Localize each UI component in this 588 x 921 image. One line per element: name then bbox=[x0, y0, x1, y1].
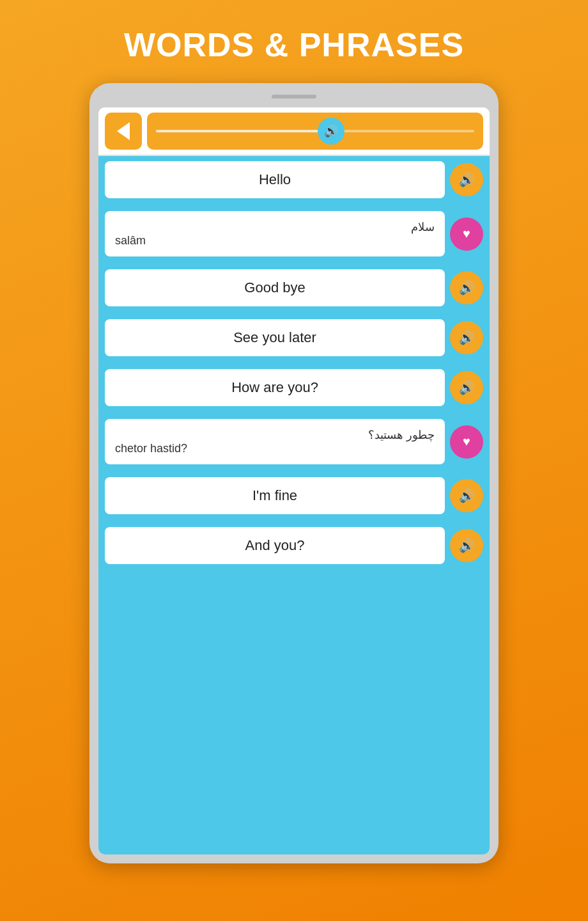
sound-button-goodbye[interactable]: 🔊 bbox=[450, 271, 483, 304]
phrase-group-see-you-later: See you later 🔊 bbox=[98, 314, 490, 364]
phrase-row-and-you: And you? 🔊 bbox=[105, 527, 483, 564]
phrase-group-hello: Hello 🔊 bbox=[98, 156, 490, 206]
phrase-group-and-you: And you? 🔊 bbox=[98, 522, 490, 572]
phrase-text-im-fine: I'm fine bbox=[252, 487, 297, 504]
phrase-text-how-are-you: How are you? bbox=[231, 379, 318, 396]
back-arrow-icon bbox=[117, 122, 130, 140]
phrase-text-goodbye: Good bye bbox=[244, 279, 305, 296]
phrase-list: Hello 🔊 سلام salâm ♥ bbox=[98, 156, 490, 854]
slider-track[interactable]: 🔊 bbox=[156, 130, 474, 132]
sound-button-see-you-later[interactable]: 🔊 bbox=[450, 321, 483, 354]
phrase-box-how-are-you: How are you? bbox=[105, 369, 445, 406]
audio-slider-container: 🔊 bbox=[147, 113, 483, 150]
phrase-row-hello: Hello 🔊 bbox=[105, 161, 483, 198]
slider-thumb[interactable]: 🔊 bbox=[318, 118, 344, 145]
phrase-row-see-you-later: See you later 🔊 bbox=[105, 319, 483, 356]
phrase-group-hello-translation: سلام salâm ♥ bbox=[98, 206, 490, 264]
phrase-text-and-you: And you? bbox=[245, 537, 305, 554]
speaker-icon: 🔊 bbox=[324, 124, 338, 138]
favorite-button-hello[interactable]: ♥ bbox=[450, 217, 483, 251]
sound-button-hello[interactable]: 🔊 bbox=[450, 163, 483, 196]
phrase-native-how-are-you: چطور هستید؟ bbox=[115, 428, 435, 442]
phrase-native-hello: سلام bbox=[115, 220, 435, 234]
sound-icon-and-you: 🔊 bbox=[459, 538, 475, 553]
sound-icon-see-you-later: 🔊 bbox=[459, 330, 475, 345]
phrase-box-hello-translation: سلام salâm bbox=[105, 211, 445, 256]
sound-icon-how-are-you: 🔊 bbox=[459, 380, 475, 395]
phrase-row-how-are-you: How are you? 🔊 bbox=[105, 369, 483, 406]
phrase-text-see-you-later: See you later bbox=[233, 329, 316, 346]
phrase-row-goodbye: Good bye 🔊 bbox=[105, 269, 483, 306]
heart-icon-hello: ♥ bbox=[463, 226, 470, 241]
tablet-frame: 🔊 Hello 🔊 bbox=[89, 83, 499, 863]
phrase-box-hello: Hello bbox=[105, 161, 445, 198]
sound-button-im-fine[interactable]: 🔊 bbox=[450, 479, 483, 512]
sound-icon-im-fine: 🔊 bbox=[459, 488, 475, 503]
phrase-group-how-are-you-translation: چطور هستید؟ chetor hastid? ♥ bbox=[98, 414, 490, 472]
heart-icon-how-are-you: ♥ bbox=[463, 434, 470, 449]
slider-fill bbox=[156, 130, 331, 132]
phrase-romanized-how-are-you: chetor hastid? bbox=[115, 442, 435, 455]
back-button[interactable] bbox=[105, 113, 142, 150]
phrase-group-goodbye: Good bye 🔊 bbox=[98, 264, 490, 314]
phrase-group-im-fine: I'm fine 🔊 bbox=[98, 472, 490, 522]
phrase-box-im-fine: I'm fine bbox=[105, 477, 445, 514]
sound-icon-hello: 🔊 bbox=[459, 172, 475, 187]
phrase-group-how-are-you: How are you? 🔊 bbox=[98, 364, 490, 414]
audio-bar: 🔊 bbox=[98, 107, 490, 156]
phrase-row-im-fine: I'm fine 🔊 bbox=[105, 477, 483, 514]
phrase-row-how-are-you-translation: چطور هستید؟ chetor hastid? ♥ bbox=[105, 419, 483, 464]
phrase-romanized-hello: salâm bbox=[115, 234, 435, 248]
sound-button-and-you[interactable]: 🔊 bbox=[450, 529, 483, 562]
phrase-box-and-you: And you? bbox=[105, 527, 445, 564]
sound-button-how-are-you[interactable]: 🔊 bbox=[450, 371, 483, 404]
page-title: WORDS & PHRASES bbox=[124, 26, 464, 64]
favorite-button-how-are-you[interactable]: ♥ bbox=[450, 425, 483, 459]
phrase-box-see-you-later: See you later bbox=[105, 319, 445, 356]
phrase-box-how-are-you-translation: چطور هستید؟ chetor hastid? bbox=[105, 419, 445, 464]
sound-icon-goodbye: 🔊 bbox=[459, 280, 475, 295]
phrase-row-hello-translation: سلام salâm ♥ bbox=[105, 211, 483, 256]
phrase-box-goodbye: Good bye bbox=[105, 269, 445, 306]
tablet-notch bbox=[272, 95, 316, 98]
tablet-screen: 🔊 Hello 🔊 bbox=[98, 107, 490, 854]
phrase-text-hello: Hello bbox=[259, 171, 291, 188]
